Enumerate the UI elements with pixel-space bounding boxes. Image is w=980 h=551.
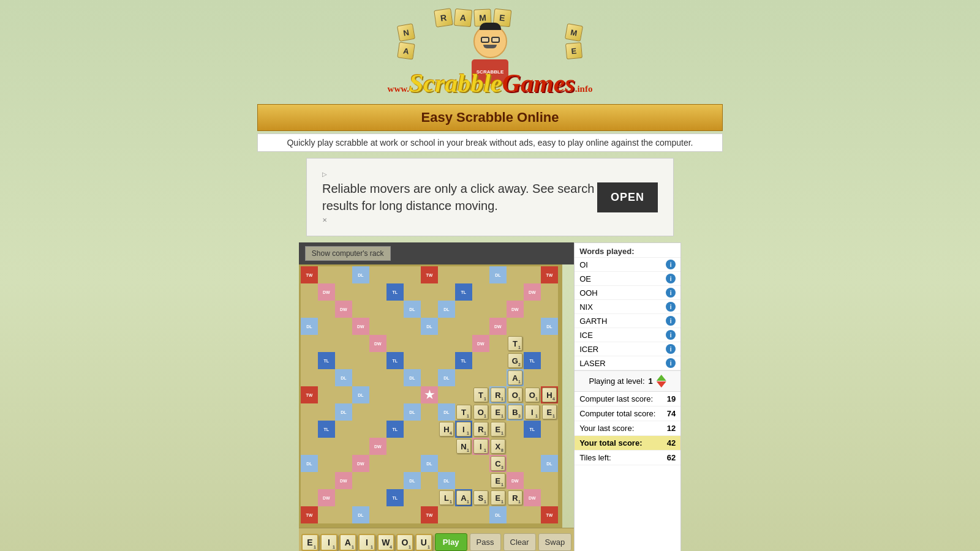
cell-3-1[interactable]: [318, 318, 335, 335]
cell-11-12[interactable]: [507, 455, 524, 472]
cell-10-0[interactable]: [301, 438, 318, 455]
cell-11-6[interactable]: [404, 455, 421, 472]
cell-3-7[interactable]: DL: [421, 318, 438, 335]
cell-4-3[interactable]: [352, 335, 369, 352]
cell-3-11[interactable]: DW: [489, 318, 507, 335]
cell-12-1[interactable]: [318, 472, 335, 489]
cell-9-10[interactable]: R1: [472, 421, 489, 438]
cell-14-14[interactable]: TW: [541, 506, 558, 523]
cell-5-5[interactable]: TL: [386, 352, 404, 369]
cell-5-12[interactable]: G2: [507, 352, 524, 369]
cell-6-9[interactable]: [455, 369, 472, 386]
cell-0-10[interactable]: [472, 266, 489, 283]
cell-2-3[interactable]: [352, 301, 369, 318]
word-info-icon[interactable]: i: [666, 260, 676, 269]
cell-1-8[interactable]: [438, 283, 455, 301]
cell-7-0[interactable]: TW: [301, 386, 318, 403]
cell-0-9[interactable]: [455, 266, 472, 283]
cell-2-12[interactable]: DW: [507, 301, 524, 318]
cell-10-9[interactable]: N1: [455, 438, 472, 455]
cell-13-9[interactable]: A1: [455, 489, 472, 506]
cell-5-1[interactable]: TL: [318, 352, 335, 369]
cell-8-13[interactable]: I1: [524, 403, 541, 421]
cell-9-13[interactable]: TL: [524, 421, 541, 438]
cell-10-6[interactable]: [404, 438, 421, 455]
cell-9-9[interactable]: I1: [455, 421, 472, 438]
cell-4-6[interactable]: [404, 335, 421, 352]
cell-6-5[interactable]: [386, 369, 404, 386]
rack-tile-1[interactable]: I1: [320, 534, 337, 551]
show-rack-button[interactable]: Show computer's rack: [305, 246, 391, 261]
cell-13-6[interactable]: [404, 489, 421, 506]
cell-14-1[interactable]: [318, 506, 335, 523]
cell-4-10[interactable]: DW: [472, 335, 489, 352]
cell-12-5[interactable]: [386, 472, 404, 489]
cell-10-14[interactable]: [541, 438, 558, 455]
ad-open-button[interactable]: OPEN: [597, 182, 658, 212]
cell-6-13[interactable]: [524, 369, 541, 386]
word-info-icon[interactable]: i: [666, 288, 676, 298]
cell-9-0[interactable]: [301, 421, 318, 438]
cell-1-0[interactable]: [301, 283, 318, 301]
cell-11-3[interactable]: DW: [352, 455, 369, 472]
cell-4-7[interactable]: [421, 335, 438, 352]
cell-13-12[interactable]: R1: [507, 489, 524, 506]
cell-4-0[interactable]: [301, 335, 318, 352]
cell-9-11[interactable]: E1: [489, 421, 507, 438]
cell-14-0[interactable]: TW: [301, 506, 318, 523]
cell-3-10[interactable]: [472, 318, 489, 335]
cell-11-7[interactable]: DL: [421, 455, 438, 472]
cell-10-4[interactable]: DW: [369, 438, 386, 455]
cell-6-3[interactable]: [352, 369, 369, 386]
cell-11-10[interactable]: [472, 455, 489, 472]
cell-8-2[interactable]: DL: [335, 403, 352, 421]
cell-2-6[interactable]: DL: [404, 301, 421, 318]
swap-button[interactable]: Swap: [538, 533, 572, 551]
cell-3-12[interactable]: [507, 318, 524, 335]
cell-4-4[interactable]: DW: [369, 335, 386, 352]
cell-2-8[interactable]: DL: [438, 301, 455, 318]
cell-10-11[interactable]: X8: [489, 438, 507, 455]
cell-1-14[interactable]: [541, 283, 558, 301]
ad-close[interactable]: ✕: [322, 217, 597, 223]
cell-8-11[interactable]: E1: [489, 403, 507, 421]
cell-8-4[interactable]: [369, 403, 386, 421]
cell-9-14[interactable]: [541, 421, 558, 438]
cell-9-7[interactable]: [421, 421, 438, 438]
cell-7-7[interactable]: ★: [421, 386, 438, 403]
cell-8-3[interactable]: [352, 403, 369, 421]
cell-5-13[interactable]: TL: [524, 352, 541, 369]
cell-3-8[interactable]: [438, 318, 455, 335]
cell-1-5[interactable]: TL: [386, 283, 404, 301]
cell-0-13[interactable]: [524, 266, 541, 283]
cell-1-4[interactable]: [369, 283, 386, 301]
cell-12-8[interactable]: DL: [438, 472, 455, 489]
scrabble-board[interactable]: TWDLTWDLTWDWTLTLDWDWDLDLDWDLDWDLDWDLDWDW…: [299, 264, 562, 528]
cell-11-0[interactable]: DL: [301, 455, 318, 472]
cell-1-1[interactable]: DW: [318, 283, 335, 301]
cell-4-11[interactable]: [489, 335, 507, 352]
cell-13-4[interactable]: [369, 489, 386, 506]
cell-13-13[interactable]: DW: [524, 489, 541, 506]
rack-tile-0[interactable]: E1: [301, 534, 318, 551]
cell-12-7[interactable]: [421, 472, 438, 489]
cell-2-0[interactable]: [301, 301, 318, 318]
cell-8-12[interactable]: B3: [507, 403, 524, 421]
cell-4-14[interactable]: [541, 335, 558, 352]
cell-13-1[interactable]: DW: [318, 489, 335, 506]
rack-tile-2[interactable]: A1: [339, 534, 356, 551]
cell-10-5[interactable]: [386, 438, 404, 455]
cell-7-5[interactable]: [386, 386, 404, 403]
cell-13-3[interactable]: [352, 489, 369, 506]
cell-12-4[interactable]: [369, 472, 386, 489]
cell-4-2[interactable]: [335, 335, 352, 352]
cell-5-8[interactable]: [438, 352, 455, 369]
level-arrows[interactable]: [657, 375, 666, 388]
cell-6-10[interactable]: [472, 369, 489, 386]
cell-3-0[interactable]: DL: [301, 318, 318, 335]
cell-13-10[interactable]: S1: [472, 489, 489, 506]
cell-14-13[interactable]: [524, 506, 541, 523]
cell-4-5[interactable]: [386, 335, 404, 352]
cell-6-4[interactable]: [369, 369, 386, 386]
word-info-icon[interactable]: i: [666, 358, 676, 368]
